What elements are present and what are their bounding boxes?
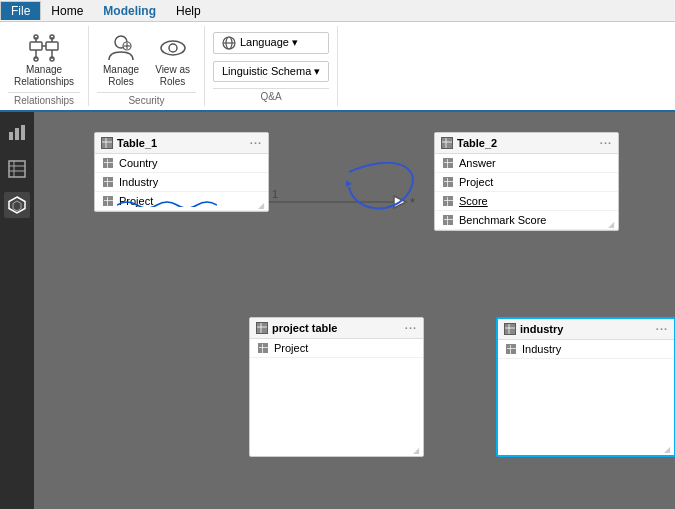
svg-rect-64: [259, 344, 268, 353]
canvas[interactable]: 1 * Table_1: [34, 112, 675, 509]
menu-home[interactable]: Home: [41, 2, 93, 20]
table2-menu[interactable]: ···: [600, 137, 612, 149]
industry-name: industry: [520, 323, 563, 335]
table2-project: Project: [459, 176, 493, 188]
sidebar-table-icon[interactable]: [4, 156, 30, 182]
project-table-header: project table ···: [250, 318, 423, 339]
svg-rect-46: [442, 138, 452, 148]
table1-industry: Industry: [119, 176, 158, 188]
svg-rect-22: [21, 125, 25, 140]
table2-field-score[interactable]: Score: [435, 192, 618, 211]
table1-field-project[interactable]: Project: [95, 192, 268, 211]
svg-rect-40: [104, 178, 113, 187]
table1-field-industry[interactable]: Industry: [95, 173, 268, 192]
project-table-menu[interactable]: ···: [405, 322, 417, 334]
manage-relationships-button[interactable]: Manage Relationships: [8, 30, 80, 90]
table1-menu[interactable]: ···: [250, 137, 262, 149]
table2-header-left: Table_2: [441, 137, 497, 149]
field-icon-project2: [443, 177, 453, 187]
field-icon-industry: [103, 177, 113, 187]
field-icon-score: [443, 196, 453, 206]
svg-text:*: *: [410, 195, 415, 210]
table2-field-answer[interactable]: Answer: [435, 154, 618, 173]
view-as-roles-icon: [157, 32, 189, 64]
industry-header: industry ···: [498, 319, 674, 340]
project-table-icon: [256, 322, 268, 334]
field-icon-project1: [103, 196, 113, 206]
svg-rect-20: [9, 132, 13, 140]
svg-rect-34: [102, 138, 112, 148]
svg-marker-28: [13, 201, 21, 211]
svg-marker-31: [394, 196, 406, 208]
table2-field-project[interactable]: Project: [435, 173, 618, 192]
table2-answer: Answer: [459, 157, 496, 169]
svg-rect-21: [15, 128, 19, 140]
svg-rect-37: [104, 159, 113, 168]
qa-section-label: Q&A: [213, 88, 329, 102]
project-table-project: Project: [274, 342, 308, 354]
table1-field-country[interactable]: Country: [95, 154, 268, 173]
table1-header-left: Table_1: [101, 137, 157, 149]
svg-text:1: 1: [272, 188, 278, 200]
svg-rect-1: [46, 42, 58, 50]
ribbon-section-security: Manage Roles View as Roles Security: [89, 26, 205, 106]
svg-rect-52: [444, 178, 453, 187]
linguistic-schema-label: Linguistic Schema ▾: [222, 65, 320, 78]
industry-industry: Industry: [522, 343, 561, 355]
main-area: 1 * Table_1: [0, 112, 675, 509]
menu-help[interactable]: Help: [166, 2, 211, 20]
manage-roles-button[interactable]: Manage Roles: [97, 30, 145, 90]
menu-modeling[interactable]: Modeling: [93, 2, 166, 20]
view-as-roles-label: View as Roles: [155, 64, 190, 88]
industry-menu[interactable]: ···: [656, 323, 668, 335]
field-icon-benchmark: [443, 215, 453, 225]
project-table-resize[interactable]: ◢: [413, 446, 421, 454]
table-card-table1[interactable]: Table_1 ··· Country Industry P: [94, 132, 269, 212]
ribbon: Manage Relationships Relationships Manag…: [0, 22, 675, 112]
table2-field-benchmark-score[interactable]: Benchmark Score: [435, 211, 618, 230]
relationships-section-label: Relationships: [8, 92, 80, 106]
field-icon-industry2: [506, 344, 516, 354]
table-card-project-table[interactable]: project table ··· Project ◢: [249, 317, 424, 457]
menu-file[interactable]: File: [0, 1, 41, 20]
relationships-buttons: Manage Relationships: [8, 30, 80, 90]
svg-rect-67: [505, 324, 515, 334]
table2-icon: [441, 137, 453, 149]
view-as-roles-button[interactable]: View as Roles: [149, 30, 196, 90]
table-card-table2[interactable]: Table_2 ··· Answer Project Sco: [434, 132, 619, 231]
ribbon-section-relationships: Manage Relationships Relationships: [0, 26, 89, 106]
table1-project: Project: [119, 195, 153, 207]
sidebar-model-icon[interactable]: [4, 192, 30, 218]
language-icon: [222, 36, 236, 50]
table1-resize[interactable]: ◢: [258, 201, 266, 209]
sidebar-chart-icon[interactable]: [4, 120, 30, 146]
table2-benchmark-score: Benchmark Score: [459, 214, 546, 226]
field-icon-project3: [258, 343, 268, 353]
table1-country: Country: [119, 157, 158, 169]
linguistic-schema-button[interactable]: Linguistic Schema ▾: [213, 61, 329, 82]
industry-field-industry[interactable]: Industry: [498, 340, 674, 359]
table2-name: Table_2: [457, 137, 497, 149]
table2-header: Table_2 ···: [435, 133, 618, 154]
svg-rect-58: [444, 216, 453, 225]
project-table-field-project[interactable]: Project: [250, 339, 423, 358]
svg-rect-23: [9, 161, 25, 177]
manage-relationships-icon: [28, 32, 60, 64]
manage-relationships-label: Manage Relationships: [14, 64, 74, 88]
industry-header-left: industry: [504, 323, 563, 335]
manage-roles-icon: [105, 32, 137, 64]
sidebar: [0, 112, 34, 509]
svg-rect-0: [30, 42, 42, 50]
table2-resize[interactable]: ◢: [608, 220, 616, 228]
industry-icon: [504, 323, 516, 335]
menu-bar: File Home Modeling Help: [0, 0, 675, 22]
language-button[interactable]: Language ▾: [213, 32, 329, 54]
table-card-industry[interactable]: industry ··· Industry ◢: [496, 317, 675, 457]
industry-resize[interactable]: ◢: [664, 445, 672, 453]
project-table-name: project table: [272, 322, 337, 334]
security-section-label: Security: [97, 92, 196, 106]
ribbon-section-qa: Language ▾ Linguistic Schema ▾ Q&A: [205, 26, 338, 106]
field-icon-answer: [443, 158, 453, 168]
table2-score: Score: [459, 195, 488, 207]
table1-name: Table_1: [117, 137, 157, 149]
